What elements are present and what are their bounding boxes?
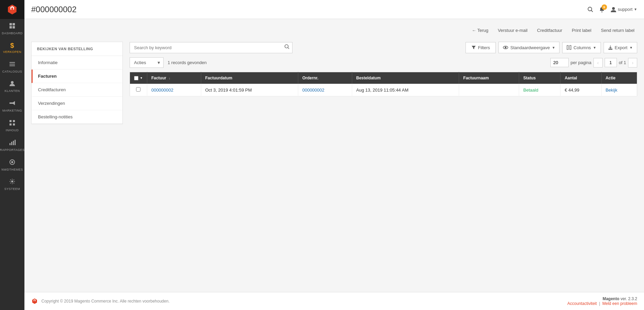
sidebar-item-catalogus[interactable]: CATALOGUS — [0, 57, 24, 77]
nav-item-informatie[interactable]: Informatie — [32, 56, 122, 70]
per-page-select[interactable]: 20 50 100 — [550, 58, 569, 67]
page-title: #000000002 — [31, 5, 587, 14]
email-button[interactable]: Verstuur e-mail — [495, 26, 530, 35]
page-input[interactable] — [605, 58, 617, 67]
nav-item-creditfacturen[interactable]: Creditfacturen — [32, 83, 122, 97]
columns-icon — [567, 45, 571, 50]
print-button[interactable]: Print label — [569, 26, 594, 35]
actie-link-1[interactable]: Bekijk — [606, 88, 618, 93]
eye-icon — [503, 45, 508, 50]
svg-rect-0 — [10, 23, 12, 25]
main-wrapper: #000000002 6 support ▼ ← Terug Verstuur … — [24, 0, 644, 310]
footer-activity-link[interactable]: Accountactiviteit — [567, 301, 597, 306]
th-actie: Actie — [601, 72, 637, 84]
prev-page-button[interactable]: ‹ — [593, 58, 603, 67]
columns-button[interactable]: Columns ▼ — [562, 42, 601, 53]
sidebar-item-label-systeem: SYSTEEM — [4, 187, 20, 191]
notification-button[interactable]: 6 — [599, 6, 605, 13]
export-icon — [608, 45, 613, 50]
user-label: support — [618, 7, 632, 12]
search-input[interactable] — [130, 42, 292, 53]
table-header-row: ▼ Factuur ↓ Factuurdatum Ordernr. Bestel… — [130, 72, 637, 84]
svg-rect-12 — [10, 143, 11, 145]
page-of: of 1 — [619, 60, 626, 65]
svg-rect-3 — [13, 26, 15, 28]
sort-icon-factuur: ↓ — [169, 76, 170, 80]
dashboard-icon — [9, 22, 16, 30]
td-aantal-1: € 44,99 — [561, 84, 602, 96]
sidebar-item-rapportages[interactable]: RAPPORTAGES — [0, 136, 24, 155]
svg-point-23 — [285, 45, 288, 48]
export-button[interactable]: Export ▼ — [604, 42, 637, 53]
toolbar-right: Filters Standaardweergave ▼ Columns ▼ — [466, 42, 637, 53]
svg-point-26 — [505, 47, 507, 49]
per-page-wrapper: 20 50 100 per pagina — [550, 58, 591, 67]
svg-rect-14 — [13, 141, 14, 145]
sidebar-item-systeem[interactable]: SYSTEEM — [0, 175, 24, 194]
sidebar-logo — [0, 0, 24, 19]
sidebar-item-inhoud[interactable]: INHOUD — [0, 116, 24, 136]
sidebar-item-marketing[interactable]: MARKETING — [0, 96, 24, 116]
footer-right: Magento Magento ver. 2.3.2ver. 2.3.2 Acc… — [567, 296, 637, 306]
svg-rect-6 — [10, 65, 15, 66]
top-header: #000000002 6 support ▼ — [24, 0, 644, 19]
marketing-icon — [9, 100, 16, 108]
sidebar-item-nwdthemes[interactable]: NWDTHEMES — [0, 155, 24, 175]
catalogus-icon — [9, 61, 16, 69]
left-panel: BEKIJKEN VAN BESTELLING Informatie Factu… — [31, 42, 123, 124]
svg-point-21 — [601, 11, 602, 12]
svg-rect-4 — [10, 62, 15, 63]
user-chevron-icon: ▼ — [634, 7, 637, 11]
svg-rect-13 — [11, 142, 12, 145]
acties-wrapper: Acties ▼ — [130, 57, 164, 68]
svg-rect-5 — [10, 64, 15, 64]
svg-rect-15 — [15, 140, 16, 145]
svg-point-17 — [11, 161, 13, 163]
search-submit-button[interactable] — [284, 44, 290, 51]
th-factuurdatum: Factuurdatum — [201, 72, 298, 84]
systeem-icon — [9, 178, 16, 186]
view-chevron-icon: ▼ — [552, 46, 555, 50]
select-all-checkbox[interactable] — [134, 76, 138, 80]
export-chevron-icon: ▼ — [629, 46, 633, 50]
footer-logo-icon — [31, 298, 38, 305]
pagination-area: 20 50 100 per pagina ‹ of 1 › — [550, 58, 637, 67]
td-ordernr-1: 000000002 — [298, 84, 352, 96]
records-count: 1 records gevonden — [168, 60, 207, 65]
acties-select[interactable]: Acties — [130, 57, 164, 68]
sidebar-item-klanten[interactable]: KLANTEN — [0, 77, 24, 96]
nav-item-bestelling-notities[interactable]: Bestelling-notities — [32, 110, 122, 124]
filter-icon — [471, 45, 476, 50]
footer: Copyright © 2019 Magento Commerce Inc. A… — [24, 292, 644, 310]
filters-button[interactable]: Filters — [466, 42, 496, 53]
view-button[interactable]: Standaardweergave ▼ — [498, 42, 560, 53]
checkbox-dropdown-icon[interactable]: ▼ — [140, 76, 143, 80]
svg-line-24 — [288, 48, 289, 49]
svg-rect-10 — [10, 123, 12, 125]
sidebar-item-verkopen[interactable]: $ VERKOPEN — [0, 39, 24, 57]
footer-copyright: Copyright © 2019 Magento Commerce Inc. A… — [41, 299, 170, 304]
sidebar-item-dashboard[interactable]: DASHBOARD — [0, 19, 24, 39]
sidebar-item-label-rapportages: RAPPORTAGES — [0, 148, 24, 152]
td-factuurdatum-1: Oct 3, 2019 4:01:59 PM — [201, 84, 298, 96]
svg-point-7 — [11, 81, 14, 84]
back-button[interactable]: ← Terug — [469, 26, 491, 35]
th-ordernr: Ordernr. — [298, 72, 352, 84]
sidebar-item-label-dashboard: DASHBOARD — [2, 32, 23, 35]
svg-rect-11 — [13, 123, 15, 125]
search-button[interactable] — [587, 6, 593, 13]
next-page-button[interactable]: › — [628, 58, 637, 67]
return-button[interactable]: Send return label — [598, 26, 637, 35]
user-menu[interactable]: support ▼ — [610, 6, 637, 13]
th-factuur[interactable]: Factuur ↓ — [147, 72, 201, 84]
notification-badge: 6 — [602, 4, 607, 10]
credit-button[interactable]: Creditfactuur — [534, 26, 565, 35]
ordernr-link-1[interactable]: 000000002 — [302, 88, 324, 93]
nav-item-verzendingen[interactable]: Verzendingen — [32, 97, 122, 110]
footer-problem-link[interactable]: Meld een probleem — [602, 301, 637, 306]
row-checkbox-1[interactable] — [136, 87, 140, 92]
th-checkbox: ▼ — [130, 72, 147, 84]
factuur-link-1[interactable]: 000000002 — [151, 88, 173, 93]
nav-item-facturen[interactable]: Facturen — [32, 70, 122, 83]
svg-rect-8 — [10, 120, 12, 122]
